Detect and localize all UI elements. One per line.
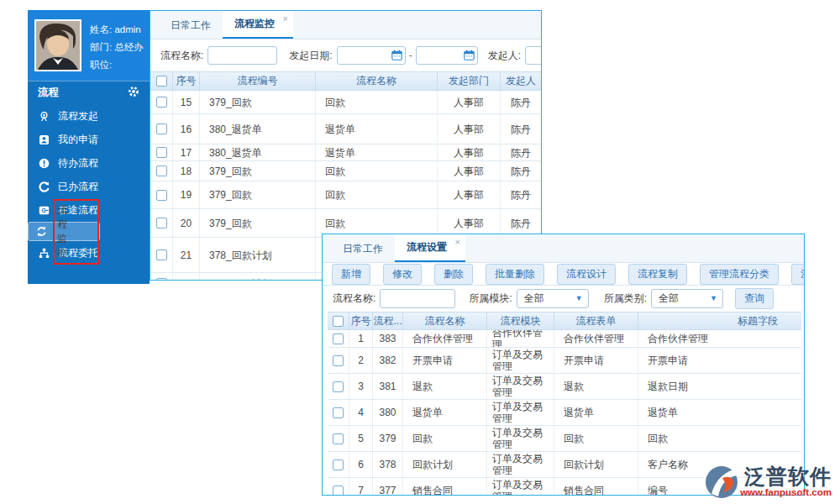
chevron-down-icon: ▼ — [575, 294, 583, 302]
module-label: 所属模块: — [469, 291, 512, 306]
row-checkbox[interactable] — [156, 165, 167, 176]
cell-seq: 6 — [349, 452, 373, 477]
process-name-label: 流程名称: — [333, 291, 375, 306]
search-button[interactable]: 查询 — [735, 288, 774, 309]
cell-seq: 5 — [349, 426, 373, 451]
process-name-input[interactable] — [207, 46, 277, 65]
col-header-process-module[interactable]: 流程模块 — [487, 312, 554, 329]
batch-delete-button[interactable]: 批量删除 — [486, 264, 544, 285]
initiator-input[interactable] — [525, 46, 542, 65]
tab-process-settings[interactable]: 流程设置 × — [395, 234, 465, 262]
cell-seq: 15 — [173, 91, 200, 113]
cell-code: 380_退货单 — [200, 144, 316, 160]
cell-code: 378 — [373, 452, 403, 477]
col-header-dept[interactable]: 发起部门 — [438, 72, 501, 90]
cell-form: 销售合同 — [554, 478, 638, 496]
calendar-icon[interactable] — [391, 50, 402, 63]
cell-module: 合作伙伴管理 — [487, 330, 554, 347]
cell-title-field: 退款日期 — [638, 374, 801, 399]
close-icon[interactable]: × — [283, 13, 288, 24]
cell-module: 订单及交易管理 — [487, 400, 554, 425]
gear-icon[interactable] — [128, 86, 139, 100]
table-row[interactable]: 2 382 开票申请 订单及交易管理 开票申请 开票申请 — [328, 348, 801, 374]
row-checkbox[interactable] — [156, 147, 167, 158]
table-row[interactable]: 1 383 合作伙伴管理 合作伙伴管理 合作伙伴管理 合作伙伴管理 — [328, 330, 801, 348]
cell-seq: 3 — [349, 374, 373, 399]
cell-name: 销售合同 — [403, 478, 487, 496]
row-checkbox[interactable] — [156, 190, 167, 201]
edit-button[interactable]: 修改 — [383, 264, 422, 285]
row-checkbox[interactable] — [333, 433, 344, 444]
tab-daily-work[interactable]: 日常工作 — [159, 13, 223, 39]
row-checkbox[interactable] — [156, 123, 167, 134]
cell-module: 订单及交易管理 — [487, 426, 554, 451]
select-all-checkbox[interactable] — [156, 76, 167, 87]
sidebar-item-label: 流程监控 — [53, 199, 99, 265]
sidebar-item-completed-processes[interactable]: 已办流程 — [28, 175, 150, 198]
row-checkbox[interactable] — [333, 333, 344, 344]
cell-seq: 7 — [349, 478, 373, 496]
col-header-process-code[interactable]: 流程编号 — [200, 72, 316, 90]
col-header-process-name[interactable]: 流程名称 — [316, 72, 438, 90]
process-design-button[interactable]: 流程设计 — [557, 264, 616, 285]
sidebar-item-process-start[interactable]: 流程发起 — [28, 104, 150, 128]
cell-seq: 19 — [173, 181, 200, 208]
row-checkbox[interactable] — [156, 249, 167, 260]
add-button[interactable]: 新增 — [332, 264, 370, 285]
col-header-seq[interactable]: 序号 — [173, 72, 200, 90]
manage-category-button[interactable]: 管理流程分类 — [700, 264, 779, 285]
select-all-checkbox[interactable] — [333, 316, 344, 327]
process-copy-button[interactable]: 流程复制 — [628, 264, 687, 285]
row-checkbox[interactable] — [156, 218, 167, 228]
cell-form: 回款计划 — [554, 452, 638, 477]
cell-seq: 20 — [173, 209, 200, 237]
cell-code: 380 — [373, 400, 403, 425]
fanpu-logo: 泛普软件 www.fanpusoft.com — [705, 465, 832, 499]
cell-seq: 18 — [173, 161, 200, 181]
table-row[interactable]: 15 379_回款 回款 人事部 陈丹 — [150, 91, 541, 114]
sidebar-item-label: 待办流程 — [58, 156, 98, 171]
row-checkbox[interactable] — [333, 407, 344, 418]
col-header-process-form[interactable]: 流程表单 — [554, 312, 638, 329]
close-icon[interactable]: × — [455, 237, 460, 247]
logo-name: 泛普软件 — [740, 465, 832, 487]
col-header-seq[interactable]: 序号 — [349, 312, 373, 329]
sidebar-item-process-monitor[interactable]: 流程监控 — [28, 222, 100, 241]
sidebar-item-my-requests[interactable]: 我的申请 — [28, 128, 150, 151]
col-header-process-code[interactable]: 流程... — [373, 312, 403, 329]
module-select[interactable]: 全部 ▼ — [517, 289, 589, 308]
timeout-alert-button[interactable]: 流程超时提示 — [791, 264, 805, 285]
sidebar-section-label: 流程 — [38, 86, 59, 100]
delete-button[interactable]: 删除 — [434, 264, 473, 285]
row-checkbox[interactable] — [156, 97, 167, 108]
cell-person: 陈丹 — [501, 114, 541, 144]
row-checkbox[interactable] — [333, 355, 344, 366]
fanpu-logo-icon — [705, 465, 738, 499]
tab-process-monitor[interactable]: 流程监控 × — [223, 11, 293, 39]
row-checkbox[interactable] — [333, 486, 344, 496]
category-select[interactable]: 全部 ▼ — [651, 289, 723, 308]
col-header-process-name[interactable]: 流程名称 — [403, 312, 487, 329]
tab-label: 流程监控 — [234, 18, 275, 29]
tab-label: 日常工作 — [171, 19, 211, 31]
col-header-title-field[interactable]: 标题字段 — [638, 312, 801, 329]
row-checkbox[interactable] — [333, 459, 344, 470]
table-row[interactable]: 5 379 回款 订单及交易管理 回款 回款 — [328, 426, 801, 452]
table-row[interactable]: 17 380_退货单 退货单 人事部 陈丹 — [150, 144, 541, 161]
logo-url[interactable]: www.fanpusoft.com — [740, 487, 832, 498]
table-row[interactable]: 4 380 退货单 订单及交易管理 退货单 退货单 — [328, 400, 801, 426]
table-row[interactable]: 19 379_回款 回款 人事部 陈丹 — [150, 181, 541, 209]
calendar-icon[interactable] — [464, 50, 475, 63]
sidebar-item-pending-processes[interactable]: 待办流程 — [28, 151, 150, 175]
col-header-person[interactable]: 发起人 — [501, 72, 541, 90]
cell-person: 陈丹 — [501, 144, 541, 160]
table-row[interactable]: 18 379_回款 回款 人事部 陈丹 — [150, 161, 541, 181]
process-name-input[interactable] — [380, 289, 455, 308]
row-checkbox[interactable] — [156, 278, 167, 281]
row-checkbox[interactable] — [333, 381, 344, 392]
table-row[interactable]: 3 381 退款 订单及交易管理 退款 退款日期 — [328, 374, 801, 400]
table-row[interactable]: 16 380_退货单 退货单 人事部 陈丹 — [150, 114, 541, 144]
start-date-label: 发起日期: — [289, 49, 332, 63]
tab-daily-work[interactable]: 日常工作 — [331, 236, 395, 262]
cell-seq: 17 — [173, 144, 200, 160]
